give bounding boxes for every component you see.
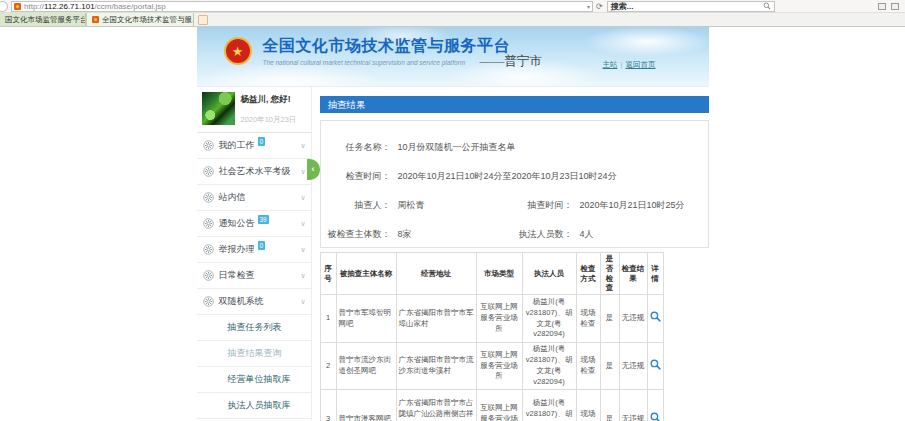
chevron-down-icon: ∨: [300, 142, 305, 150]
detail-magnifier-icon[interactable]: [650, 412, 661, 421]
link-divider: |: [621, 60, 623, 69]
sidebar-item-社会艺术水平考级[interactable]: 社会艺术水平考级∨: [197, 159, 311, 185]
sidebar-item-双随机系统[interactable]: 双随机系统∨: [197, 289, 311, 315]
main-site-link[interactable]: 主站: [603, 60, 618, 69]
market-type: 互联网上网服务营业场所: [476, 390, 522, 421]
current-date: 2020年10月23日: [241, 115, 297, 125]
content-container: ★ 全国文化市场技术监管与服务平台 The national cultural …: [197, 27, 709, 420]
tab-favicon-icon: [92, 16, 99, 23]
table-row: 1普宁市军埠智明网吧广东省揭阳市普宁市军埠山家村互联网上网服务营业场所杨益川(粤…: [320, 295, 663, 343]
sidebar-item-站内信[interactable]: 站内信∨: [197, 185, 311, 211]
detail-magnifier-icon[interactable]: [650, 359, 661, 370]
sidebar-item-举报办理[interactable]: 举报办理0∨: [197, 237, 311, 263]
user-greeting: 杨益川, 您好!: [241, 94, 297, 106]
site-title-cn: 全国文化市场技术监管与服务平台: [263, 36, 511, 57]
chevron-down-icon: ∨: [300, 298, 305, 306]
law-officers: 杨益川(粤v281807)、胡文龙(粤v282094): [522, 390, 576, 421]
gear-icon: [203, 218, 214, 229]
site-title-en: The national cultural market technical s…: [263, 59, 511, 66]
header-links: 主站|返回首页: [603, 60, 656, 70]
sidebar-item-label: 双随机系统: [219, 295, 264, 308]
url-dropdown-icon[interactable]: ▾: [587, 3, 590, 10]
url-text: http://112.26.71.101/ccm/base/portal.jsp: [24, 2, 166, 11]
browser-search-input[interactable]: 搜索...: [607, 1, 775, 12]
sidebar-subitem-执法人员抽取库[interactable]: 执法人员抽取库: [197, 393, 311, 419]
market-type: 互联网上网服务营业场所: [476, 295, 522, 343]
chevron-down-icon: ∨: [300, 168, 305, 176]
refresh-icon[interactable]: ⟳: [596, 2, 603, 11]
subjects-label: 被检查主体数：: [321, 228, 391, 241]
chevron-down-icon: ∨: [300, 220, 305, 228]
column-header: 执法人员: [522, 253, 576, 295]
sampler-value: 周松青: [398, 199, 503, 212]
sample-time-label: 抽查时间：: [503, 199, 573, 212]
browser-button-icon[interactable]: [891, 3, 899, 10]
gear-icon: [203, 244, 214, 255]
sidebar-item-label: 举报办理: [219, 243, 255, 256]
sidebar-item-label: 站内信: [219, 191, 246, 204]
detail-magnifier-icon[interactable]: [650, 311, 661, 322]
row-no: 2: [320, 343, 336, 390]
browser-window: http://112.26.71.101/ccm/base/portal.jsp…: [0, 0, 905, 421]
browser-buttons: [878, 3, 899, 10]
check-method: 现场检查: [576, 343, 600, 390]
business-address: 广东省揭阳市普宁市军埠山家村: [396, 295, 476, 343]
sampler-label: 抽查人：: [321, 199, 391, 212]
tab-market-supervision[interactable]: 国文化市场监管服务平台: [0, 13, 86, 26]
sidebar-item-通知公告[interactable]: 通知公告39∨: [197, 211, 311, 237]
market-type: 互联网上网服务营业场所: [476, 343, 522, 390]
row-no: 3: [320, 390, 336, 421]
sidebar: 杨益川, 您好! 2020年10月23日 我的工作0∨社会艺术水平考级∨站内信∨…: [197, 87, 312, 420]
page-body: 杨益川, 您好! 2020年10月23日 我的工作0∨社会艺术水平考级∨站内信∨…: [197, 87, 709, 420]
entity-name: 普宁市漫客网吧: [336, 390, 396, 421]
national-emblem-icon: ★: [224, 37, 252, 65]
column-header: 经营地址: [396, 253, 476, 295]
search-magnifier-icon[interactable]: [763, 2, 771, 10]
check-result: 无违规: [619, 343, 647, 390]
gear-icon: [203, 296, 214, 307]
new-tab-button[interactable]: [198, 15, 208, 25]
check-time-value: 2020年10月21日10时24分至2020年10月23日10时24分: [398, 170, 617, 183]
check-result: 无违规: [619, 390, 647, 421]
site-title: 全国文化市场技术监管与服务平台 The national cultural ma…: [263, 36, 511, 66]
column-header: 是否检查: [600, 253, 619, 295]
business-address: 广东省揭阳市普宁市占陇镇广汕公路南侧吉祥里E区13栋一二层16-20号: [396, 390, 476, 421]
sidebar-subitem-抽查结果查询[interactable]: 抽查结果查询: [197, 341, 311, 367]
detail-cell: [647, 295, 663, 343]
browser-url-bar: http://112.26.71.101/ccm/base/portal.jsp…: [0, 0, 905, 13]
gear-icon: [203, 270, 214, 281]
results-table: 序号被抽查主体名称经营地址市场类型执法人员检查方式是否检查检查结果详情 1普宁市…: [320, 252, 664, 421]
column-header: 检查结果: [619, 253, 647, 295]
browser-button-icon[interactable]: [878, 3, 886, 10]
site-favicon-icon: [14, 3, 21, 10]
check-time-label: 检查时间：: [321, 170, 391, 183]
table-row: 3普宁市漫客网吧广东省揭阳市普宁市占陇镇广汕公路南侧吉祥里E区13栋一二层16-…: [320, 390, 663, 421]
detail-cell: [647, 390, 663, 421]
back-icon[interactable]: [0, 1, 8, 12]
user-card: 杨益川, 您好! 2020年10月23日: [197, 87, 311, 133]
inspection-info-panel: 任务名称： 10月份双随机一公开抽查名单 检查时间： 2020年10月21日10…: [320, 120, 709, 248]
sidebar-subitem-抽查任务列表[interactable]: 抽查任务列表: [197, 315, 311, 341]
browser-tab-bar: 国文化市场监管服务平台 全国文化市场技术监管与服.. ×: [0, 13, 905, 27]
panel-title: 抽查结果: [320, 96, 709, 113]
officers-count-label: 执法人员数：: [503, 228, 573, 241]
address-box[interactable]: http://112.26.71.101/ccm/base/portal.jsp…: [11, 1, 593, 12]
sidebar-menu: 我的工作0∨社会艺术水平考级∨站内信∨通知公告39∨举报办理0∨日常检查∨双随机…: [197, 133, 311, 419]
entity-name: 普宁市军埠智明网吧: [336, 295, 396, 343]
column-header: 被抽查主体名称: [336, 253, 396, 295]
sidebar-item-我的工作[interactable]: 我的工作0∨: [197, 133, 311, 159]
column-header: 详情: [647, 253, 663, 295]
tab-technical-platform[interactable]: 全国文化市场技术监管与服.. ×: [86, 13, 194, 26]
search-text: 搜索...: [611, 1, 634, 12]
check-method: 现场检查: [576, 295, 600, 343]
sidebar-item-日常检查[interactable]: 日常检查∨: [197, 263, 311, 289]
sidebar-item-label: 通知公告: [219, 217, 255, 230]
results-table-body: 1普宁市军埠智明网吧广东省揭阳市普宁市军埠山家村互联网上网服务营业场所杨益川(粤…: [320, 295, 663, 421]
detail-cell: [647, 343, 663, 390]
subjects-value: 8家: [398, 228, 503, 241]
main-content: 抽查结果 任务名称： 10月份双随机一公开抽查名单 检查时间： 2020年10月…: [312, 87, 709, 420]
entity-name: 普宁市流沙东街道创圣网吧: [336, 343, 396, 390]
column-header: 序号: [320, 253, 336, 295]
back-home-link[interactable]: 返回首页: [625, 60, 655, 69]
sidebar-subitem-经营单位抽取库[interactable]: 经营单位抽取库: [197, 367, 311, 393]
